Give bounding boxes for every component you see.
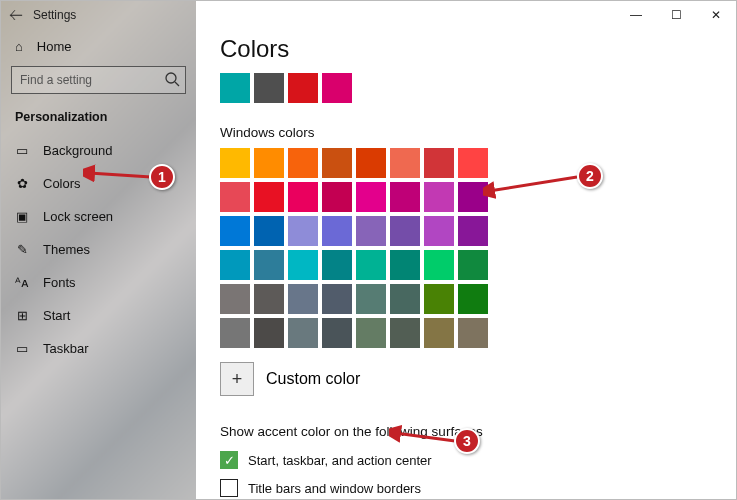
color-swatch[interactable]: [254, 284, 284, 314]
color-swatch[interactable]: [390, 216, 420, 246]
sidebar-item-background[interactable]: ▭Background: [1, 134, 196, 167]
color-swatch[interactable]: [458, 284, 488, 314]
sidebar-category: Personalization: [1, 106, 196, 134]
nav-icon: ▭: [15, 341, 29, 356]
svg-line-1: [175, 82, 179, 86]
checkbox-start-taskbar[interactable]: ✓ Start, taskbar, and action center: [220, 451, 736, 469]
color-swatch[interactable]: [254, 182, 284, 212]
color-swatch[interactable]: [390, 148, 420, 178]
color-swatch[interactable]: [458, 182, 488, 212]
nav-icon: ✎: [15, 242, 29, 257]
checkbox-title-bars[interactable]: Title bars and window borders: [220, 479, 736, 497]
sidebar: ⌂ Home Personalization ▭Background✿Color…: [1, 1, 196, 499]
color-swatch[interactable]: [288, 284, 318, 314]
color-swatch[interactable]: [220, 250, 250, 280]
color-swatch[interactable]: [424, 182, 454, 212]
maximize-button[interactable]: ☐: [656, 1, 696, 29]
color-swatch[interactable]: [254, 318, 284, 348]
color-swatch[interactable]: [356, 284, 386, 314]
color-swatch[interactable]: [322, 182, 352, 212]
nav-icon: ✿: [15, 176, 29, 191]
color-swatch[interactable]: [220, 216, 250, 246]
color-swatch[interactable]: [220, 318, 250, 348]
annotation-badge-1: 1: [149, 164, 175, 190]
color-swatch[interactable]: [288, 216, 318, 246]
back-button[interactable]: 🡠: [9, 7, 23, 23]
search-input[interactable]: [11, 66, 186, 94]
nav-label: Fonts: [43, 275, 76, 290]
color-swatch[interactable]: [356, 318, 386, 348]
sidebar-item-lock-screen[interactable]: ▣Lock screen: [1, 200, 196, 233]
color-swatch[interactable]: [390, 318, 420, 348]
close-button[interactable]: ✕: [696, 1, 736, 29]
nav-icon: ⊞: [15, 308, 29, 323]
color-swatch[interactable]: [220, 284, 250, 314]
color-swatch[interactable]: [458, 148, 488, 178]
home-icon: ⌂: [15, 39, 23, 54]
annotation-badge-2: 2: [577, 163, 603, 189]
color-swatch[interactable]: [424, 250, 454, 280]
color-swatch[interactable]: [356, 250, 386, 280]
content-panel: Colors Windows colors + Custom color Sho…: [196, 1, 736, 499]
sidebar-home[interactable]: ⌂ Home: [1, 29, 196, 60]
color-swatch[interactable]: [288, 148, 318, 178]
color-swatch[interactable]: [288, 182, 318, 212]
color-swatch[interactable]: [424, 284, 454, 314]
checkbox-icon: ✓: [220, 451, 238, 469]
color-swatch[interactable]: [322, 250, 352, 280]
sidebar-item-start[interactable]: ⊞Start: [1, 299, 196, 332]
titlebar: 🡠 Settings — ☐ ✕: [1, 1, 736, 29]
color-swatch[interactable]: [356, 182, 386, 212]
color-swatch[interactable]: [458, 318, 488, 348]
recent-color-swatch[interactable]: [322, 73, 352, 103]
color-swatch[interactable]: [356, 148, 386, 178]
custom-color-label: Custom color: [266, 370, 360, 388]
color-swatch[interactable]: [254, 216, 284, 246]
nav-label: Taskbar: [43, 341, 89, 356]
home-label: Home: [37, 39, 72, 54]
recent-color-swatch[interactable]: [254, 73, 284, 103]
window-title: Settings: [33, 8, 76, 22]
sidebar-item-themes[interactable]: ✎Themes: [1, 233, 196, 266]
color-swatch[interactable]: [322, 216, 352, 246]
color-swatch[interactable]: [288, 250, 318, 280]
nav-label: Themes: [43, 242, 90, 257]
nav-icon: ▣: [15, 209, 29, 224]
color-swatch[interactable]: [424, 148, 454, 178]
page-title: Colors: [220, 35, 736, 63]
plus-icon: +: [220, 362, 254, 396]
color-swatch[interactable]: [288, 318, 318, 348]
sidebar-item-fonts[interactable]: ᴬᴀFonts: [1, 266, 196, 299]
sidebar-item-taskbar[interactable]: ▭Taskbar: [1, 332, 196, 365]
checkbox-icon: [220, 479, 238, 497]
color-palette: [220, 148, 736, 348]
custom-color-row[interactable]: + Custom color: [220, 362, 736, 396]
color-swatch[interactable]: [356, 216, 386, 246]
nav-label: Colors: [43, 176, 81, 191]
color-swatch[interactable]: [390, 284, 420, 314]
color-swatch[interactable]: [458, 250, 488, 280]
annotation-badge-3: 3: [454, 428, 480, 454]
color-swatch[interactable]: [322, 318, 352, 348]
nav-icon: ᴬᴀ: [15, 275, 29, 290]
color-swatch[interactable]: [390, 250, 420, 280]
checkbox-label: Title bars and window borders: [248, 481, 421, 496]
color-swatch[interactable]: [220, 148, 250, 178]
recent-color-swatch[interactable]: [288, 73, 318, 103]
color-swatch[interactable]: [254, 250, 284, 280]
color-swatch[interactable]: [424, 216, 454, 246]
color-swatch[interactable]: [458, 216, 488, 246]
recent-colors: [220, 73, 736, 103]
color-swatch[interactable]: [322, 284, 352, 314]
color-swatch[interactable]: [220, 182, 250, 212]
color-swatch[interactable]: [424, 318, 454, 348]
color-swatch[interactable]: [322, 148, 352, 178]
search-icon: [164, 71, 180, 91]
minimize-button[interactable]: —: [616, 1, 656, 29]
color-swatch[interactable]: [390, 182, 420, 212]
color-swatch[interactable]: [254, 148, 284, 178]
nav-label: Start: [43, 308, 70, 323]
svg-point-0: [166, 73, 176, 83]
recent-color-swatch[interactable]: [220, 73, 250, 103]
nav-label: Background: [43, 143, 112, 158]
